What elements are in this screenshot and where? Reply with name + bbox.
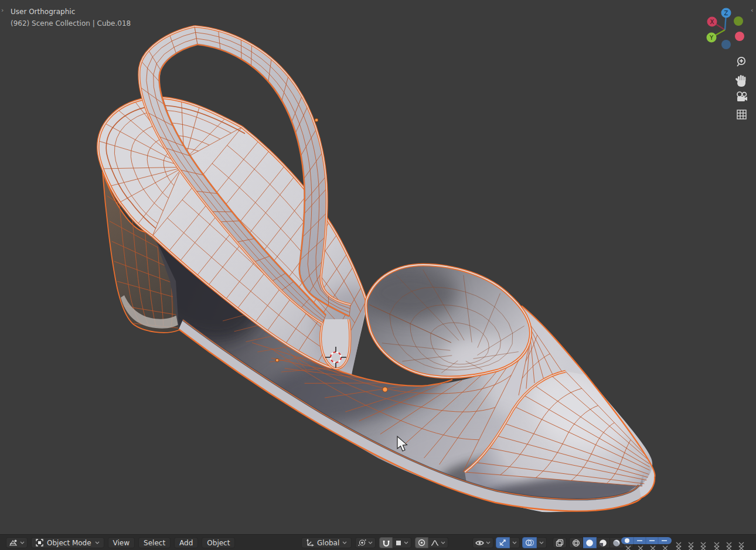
viewport-header-text: User Orthographic (962) Scene Collection… (11, 6, 131, 29)
gizmos-toggle-button[interactable] (496, 537, 510, 548)
shading-solid-button[interactable] (583, 537, 597, 548)
chevron-down-icon (512, 541, 517, 544)
shading-material-button[interactable] (597, 537, 610, 548)
viewport-3d[interactable]: User Orthographic (962) Scene Collection… (0, 0, 756, 534)
zoom-icon[interactable] (737, 57, 745, 66)
viewport-side-toolbar (731, 54, 752, 130)
snap-group (379, 537, 411, 548)
pivot-icon (358, 539, 366, 546)
menu-object[interactable]: Object (202, 537, 235, 548)
chevron-down-icon (342, 541, 347, 544)
gizmo-z-neg-axis[interactable] (721, 40, 731, 49)
xray-toggle-button[interactable] (553, 537, 567, 548)
menu-select[interactable]: Select (138, 537, 171, 548)
proportional-falloff-dropdown[interactable] (428, 537, 448, 548)
xray-icon (556, 539, 564, 546)
mode-label: Object Mode (47, 539, 91, 547)
gizmo-x-neg-axis[interactable] (735, 32, 744, 41)
overlays-dropdown[interactable] (537, 537, 547, 548)
gizmos-group (496, 537, 520, 548)
show-object-types-dropdown[interactable] (472, 537, 493, 548)
toolbar-expand-arrow[interactable]: › (1, 6, 4, 14)
viewport-editor-icon (9, 539, 18, 547)
statusbar-left-group: Object Mode View Select Add Object (6, 537, 235, 549)
view-name: User Orthographic (11, 6, 131, 18)
overlays-group (522, 537, 547, 548)
menu-view[interactable]: View (108, 537, 135, 548)
chevron-down-icon (539, 541, 544, 544)
chevron-down-icon (404, 541, 408, 544)
gizmo-z-label: Z (724, 10, 728, 16)
shading-wireframe-button[interactable] (569, 537, 583, 548)
falloff-curve-icon (431, 539, 439, 546)
menu-add[interactable]: Add (174, 537, 198, 548)
statusbar-right-group (472, 537, 634, 549)
orientation-dropdown[interactable]: Global (301, 537, 352, 548)
material-sphere-icon (599, 539, 607, 547)
grid-icon[interactable] (737, 110, 746, 119)
chevron-down-icon (20, 541, 25, 544)
chevron-down-icon (368, 541, 373, 544)
gizmo-y-neg-axis[interactable] (734, 16, 743, 26)
visibility-eye-icon (475, 539, 484, 546)
pivot-dropdown[interactable] (355, 537, 376, 548)
navigation-gizmo[interactable]: X Z Y (699, 5, 751, 57)
collapsed-timeline-region[interactable] (615, 535, 756, 550)
object-mode-icon (36, 539, 43, 546)
wireframe-sphere-icon (572, 539, 580, 547)
hand-icon[interactable] (735, 75, 745, 87)
gizmo-y-label: Y (709, 35, 714, 41)
statusbar: Object Mode View Select Add Object Globa… (0, 534, 756, 550)
chevron-down-icon (95, 541, 100, 544)
overlays-icon (525, 539, 534, 546)
snap-target-dropdown[interactable] (393, 537, 411, 548)
snap-increment-icon (395, 539, 402, 546)
magnet-icon (382, 539, 390, 546)
orientation-label: Global (317, 539, 339, 547)
gizmos-dropdown[interactable] (510, 537, 520, 548)
orientation-icon (306, 539, 314, 546)
overlays-toggle-button[interactable] (522, 537, 537, 548)
solid-sphere-icon (585, 539, 594, 547)
camera-icon[interactable] (737, 92, 747, 101)
proportional-toggle-button[interactable] (415, 537, 428, 548)
gizmo-x-label: X (710, 19, 714, 25)
proportional-icon (418, 539, 425, 546)
snap-toggle-button[interactable] (379, 537, 393, 548)
statusbar-center-group: Global (301, 537, 448, 549)
proportional-group (415, 537, 448, 548)
chevron-down-icon (486, 541, 491, 544)
gizmo-arrows-icon (499, 539, 507, 546)
shoe-mesh (0, 0, 756, 534)
chevron-down-icon (441, 541, 445, 544)
breadcrumb: (962) Scene Collection | Cube.018 (11, 18, 131, 29)
editor-type-button[interactable] (6, 537, 28, 548)
mode-dropdown[interactable]: Object Mode (31, 537, 104, 548)
